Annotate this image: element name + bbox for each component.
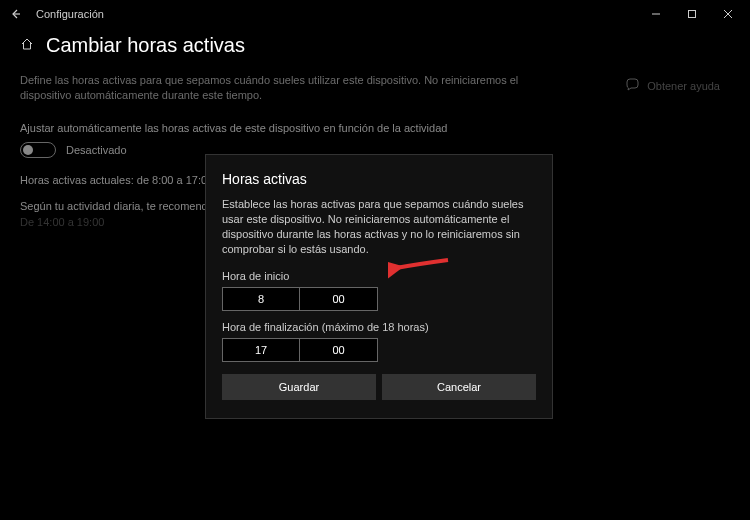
minimize-button[interactable]: [638, 0, 674, 28]
end-time-label: Hora de finalización (máximo de 18 horas…: [222, 321, 536, 333]
home-icon[interactable]: [20, 37, 34, 54]
start-minute-input[interactable]: 00: [300, 287, 378, 311]
current-hours-text: Horas activas actuales: de 8:00 a 17:00: [20, 174, 213, 186]
toggle-knob: [23, 145, 33, 155]
arrow-left-icon: [10, 8, 22, 20]
save-button[interactable]: Guardar: [222, 374, 376, 400]
help-icon: [626, 78, 639, 94]
help-link[interactable]: Obtener ayuda: [626, 78, 720, 94]
window-title: Configuración: [36, 8, 104, 20]
active-hours-dialog: Horas activas Establece las horas activa…: [205, 154, 553, 419]
cancel-button[interactable]: Cancelar: [382, 374, 536, 400]
minimize-icon: [651, 9, 661, 19]
titlebar: Configuración: [0, 0, 750, 28]
page-title: Cambiar horas activas: [46, 34, 245, 57]
maximize-icon: [687, 9, 697, 19]
close-button[interactable]: [710, 0, 746, 28]
start-time-picker: 8 00: [222, 287, 536, 311]
maximize-button[interactable]: [674, 0, 710, 28]
toggle-state-label: Desactivado: [66, 144, 127, 156]
svg-rect-1: [689, 11, 696, 18]
end-time-picker: 17 00: [222, 338, 536, 362]
end-hour-input[interactable]: 17: [222, 338, 300, 362]
back-button[interactable]: [4, 2, 28, 26]
end-minute-input[interactable]: 00: [300, 338, 378, 362]
start-time-label: Hora de inicio: [222, 270, 536, 282]
close-icon: [723, 9, 733, 19]
auto-adjust-label: Ajustar automáticamente las horas activa…: [20, 122, 730, 134]
start-hour-input[interactable]: 8: [222, 287, 300, 311]
dialog-title: Horas activas: [222, 171, 536, 187]
page-description: Define las horas activas para que sepamo…: [20, 73, 520, 104]
help-label: Obtener ayuda: [647, 80, 720, 92]
auto-adjust-toggle[interactable]: [20, 142, 56, 158]
dialog-description: Establece las horas activas para que sep…: [222, 197, 536, 256]
